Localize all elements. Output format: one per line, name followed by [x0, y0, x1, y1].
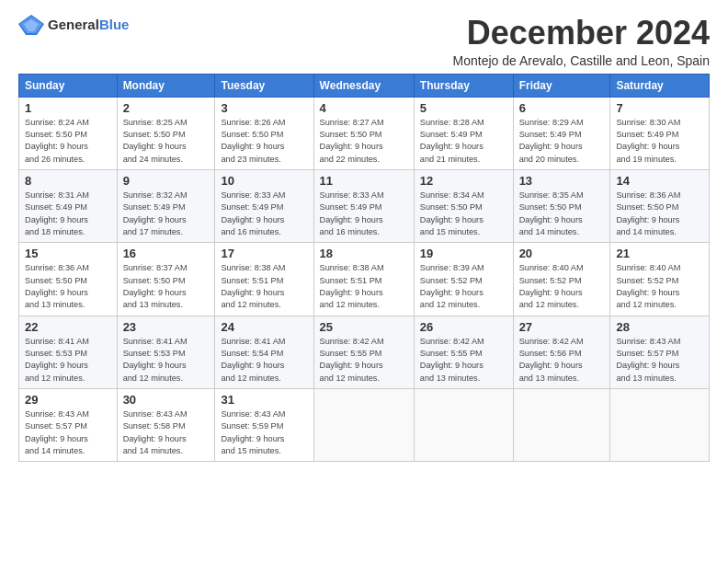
day-info: Sunrise: 8:39 AM Sunset: 5:52 PM Dayligh… [420, 262, 507, 311]
calendar-cell: 14Sunrise: 8:36 AM Sunset: 5:50 PM Dayli… [610, 169, 710, 242]
weekday-header-sunday: Sunday [19, 74, 118, 97]
calendar-cell: 28Sunrise: 8:43 AM Sunset: 5:57 PM Dayli… [610, 316, 710, 388]
day-number: 6 [519, 101, 605, 115]
calendar-cell: 22Sunrise: 8:41 AM Sunset: 5:53 PM Dayli… [19, 316, 118, 388]
day-number: 11 [320, 174, 408, 188]
day-number: 7 [616, 101, 703, 115]
day-number: 30 [123, 393, 210, 407]
day-number: 10 [221, 174, 307, 188]
day-number: 12 [420, 174, 507, 188]
calendar-cell: 21Sunrise: 8:40 AM Sunset: 5:52 PM Dayli… [610, 243, 710, 316]
day-number: 28 [616, 320, 703, 334]
calendar-cell: 20Sunrise: 8:40 AM Sunset: 5:52 PM Dayli… [513, 243, 610, 316]
calendar-cell: 3Sunrise: 8:26 AM Sunset: 5:50 PM Daylig… [215, 97, 313, 169]
day-number: 15 [25, 247, 111, 260]
calendar-cell: 29Sunrise: 8:43 AM Sunset: 5:57 PM Dayli… [19, 389, 118, 462]
logo-icon [18, 15, 44, 35]
day-info: Sunrise: 8:35 AM Sunset: 5:50 PM Dayligh… [519, 190, 605, 238]
calendar-cell: 4Sunrise: 8:27 AM Sunset: 5:50 PM Daylig… [313, 97, 414, 169]
day-info: Sunrise: 8:38 AM Sunset: 5:51 PM Dayligh… [221, 262, 307, 311]
weekday-header-friday: Friday [513, 74, 610, 97]
day-info: Sunrise: 8:41 AM Sunset: 5:53 PM Dayligh… [123, 336, 210, 385]
day-number: 17 [221, 247, 307, 260]
calendar-cell: 1Sunrise: 8:24 AM Sunset: 5:50 PM Daylig… [19, 97, 118, 169]
week-row-4: 22Sunrise: 8:41 AM Sunset: 5:53 PM Dayli… [19, 316, 710, 388]
day-number: 1 [25, 101, 111, 115]
day-number: 21 [616, 247, 703, 260]
weekday-header-wednesday: Wednesday [313, 74, 414, 97]
day-info: Sunrise: 8:27 AM Sunset: 5:50 PM Dayligh… [320, 117, 408, 166]
calendar-cell: 9Sunrise: 8:32 AM Sunset: 5:49 PM Daylig… [117, 169, 215, 242]
day-number: 4 [320, 101, 408, 115]
day-number: 3 [221, 101, 307, 115]
day-number: 20 [519, 247, 605, 260]
calendar-cell: 7Sunrise: 8:30 AM Sunset: 5:49 PM Daylig… [610, 97, 710, 169]
week-row-3: 15Sunrise: 8:36 AM Sunset: 5:50 PM Dayli… [19, 243, 710, 316]
day-info: Sunrise: 8:26 AM Sunset: 5:50 PM Dayligh… [221, 117, 307, 166]
day-info: Sunrise: 8:33 AM Sunset: 5:49 PM Dayligh… [221, 190, 307, 238]
day-info: Sunrise: 8:42 AM Sunset: 5:56 PM Dayligh… [519, 336, 605, 385]
day-info: Sunrise: 8:42 AM Sunset: 5:55 PM Dayligh… [420, 336, 507, 385]
calendar-cell [313, 389, 414, 462]
day-number: 5 [420, 101, 507, 115]
day-number: 25 [320, 320, 408, 334]
calendar-cell: 17Sunrise: 8:38 AM Sunset: 5:51 PM Dayli… [215, 243, 313, 316]
title-section: December 2024 Montejo de Arevalo, Castil… [453, 15, 710, 68]
day-info: Sunrise: 8:28 AM Sunset: 5:49 PM Dayligh… [420, 117, 507, 166]
day-info: Sunrise: 8:36 AM Sunset: 5:50 PM Dayligh… [25, 262, 111, 311]
day-info: Sunrise: 8:40 AM Sunset: 5:52 PM Dayligh… [616, 262, 703, 311]
day-info: Sunrise: 8:29 AM Sunset: 5:49 PM Dayligh… [519, 117, 605, 166]
day-info: Sunrise: 8:30 AM Sunset: 5:49 PM Dayligh… [616, 117, 703, 166]
calendar-cell: 19Sunrise: 8:39 AM Sunset: 5:52 PM Dayli… [414, 243, 513, 316]
day-info: Sunrise: 8:31 AM Sunset: 5:49 PM Dayligh… [25, 190, 111, 238]
day-info: Sunrise: 8:43 AM Sunset: 5:59 PM Dayligh… [221, 408, 307, 457]
day-number: 23 [123, 320, 210, 334]
day-number: 13 [519, 174, 605, 188]
day-number: 27 [519, 320, 605, 334]
calendar-cell: 30Sunrise: 8:43 AM Sunset: 5:58 PM Dayli… [117, 389, 215, 462]
week-row-1: 1Sunrise: 8:24 AM Sunset: 5:50 PM Daylig… [19, 97, 710, 169]
calendar-cell: 6Sunrise: 8:29 AM Sunset: 5:49 PM Daylig… [513, 97, 610, 169]
calendar-cell [610, 389, 710, 462]
calendar-cell: 26Sunrise: 8:42 AM Sunset: 5:55 PM Dayli… [414, 316, 513, 388]
day-number: 9 [123, 174, 210, 188]
calendar-table: SundayMondayTuesdayWednesdayThursdayFrid… [18, 74, 710, 463]
day-info: Sunrise: 8:36 AM Sunset: 5:50 PM Dayligh… [616, 190, 703, 238]
day-number: 16 [123, 247, 210, 260]
day-info: Sunrise: 8:24 AM Sunset: 5:50 PM Dayligh… [25, 117, 111, 166]
day-info: Sunrise: 8:43 AM Sunset: 5:57 PM Dayligh… [25, 408, 111, 457]
calendar-cell: 11Sunrise: 8:33 AM Sunset: 5:49 PM Dayli… [313, 169, 414, 242]
weekday-header-tuesday: Tuesday [215, 74, 313, 97]
calendar-cell: 13Sunrise: 8:35 AM Sunset: 5:50 PM Dayli… [513, 169, 610, 242]
calendar-cell: 31Sunrise: 8:43 AM Sunset: 5:59 PM Dayli… [215, 389, 313, 462]
calendar-cell: 16Sunrise: 8:37 AM Sunset: 5:50 PM Dayli… [117, 243, 215, 316]
day-number: 8 [25, 174, 111, 188]
calendar-cell: 27Sunrise: 8:42 AM Sunset: 5:56 PM Dayli… [513, 316, 610, 388]
day-info: Sunrise: 8:34 AM Sunset: 5:50 PM Dayligh… [420, 190, 507, 238]
calendar-cell: 8Sunrise: 8:31 AM Sunset: 5:49 PM Daylig… [19, 169, 118, 242]
day-info: Sunrise: 8:32 AM Sunset: 5:49 PM Dayligh… [123, 190, 210, 238]
day-info: Sunrise: 8:42 AM Sunset: 5:55 PM Dayligh… [320, 336, 408, 385]
calendar-cell: 2Sunrise: 8:25 AM Sunset: 5:50 PM Daylig… [117, 97, 215, 169]
week-row-5: 29Sunrise: 8:43 AM Sunset: 5:57 PM Dayli… [19, 389, 710, 462]
calendar-cell: 23Sunrise: 8:41 AM Sunset: 5:53 PM Dayli… [117, 316, 215, 388]
day-info: Sunrise: 8:25 AM Sunset: 5:50 PM Dayligh… [123, 117, 210, 166]
calendar-cell: 24Sunrise: 8:41 AM Sunset: 5:54 PM Dayli… [215, 316, 313, 388]
day-number: 14 [616, 174, 703, 188]
calendar-cell: 18Sunrise: 8:38 AM Sunset: 5:51 PM Dayli… [313, 243, 414, 316]
day-number: 29 [25, 393, 111, 407]
weekday-header-saturday: Saturday [610, 74, 710, 97]
calendar-cell: 12Sunrise: 8:34 AM Sunset: 5:50 PM Dayli… [414, 169, 513, 242]
day-number: 18 [320, 247, 408, 260]
day-info: Sunrise: 8:41 AM Sunset: 5:53 PM Dayligh… [25, 336, 111, 385]
calendar-cell: 25Sunrise: 8:42 AM Sunset: 5:55 PM Dayli… [313, 316, 414, 388]
calendar-cell [513, 389, 610, 462]
logo: GeneralBlue [18, 15, 129, 35]
calendar-cell: 10Sunrise: 8:33 AM Sunset: 5:49 PM Dayli… [215, 169, 313, 242]
day-number: 24 [221, 320, 307, 334]
location-subtitle: Montejo de Arevalo, Castille and Leon, S… [453, 53, 710, 68]
weekday-header-thursday: Thursday [414, 74, 513, 97]
weekday-header-row: SundayMondayTuesdayWednesdayThursdayFrid… [19, 74, 710, 97]
weekday-header-monday: Monday [117, 74, 215, 97]
day-info: Sunrise: 8:40 AM Sunset: 5:52 PM Dayligh… [519, 262, 605, 311]
